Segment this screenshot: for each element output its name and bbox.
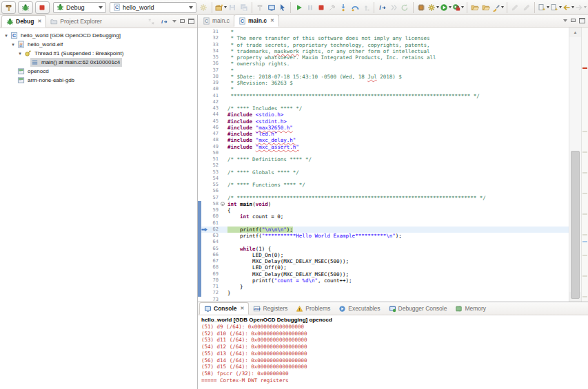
minimize-icon[interactable] [570,18,576,23]
code-line-52[interactable]: 52 [198,162,569,169]
launch-config-combo[interactable]: Chello_world [110,2,196,13]
tree-item-thread[interactable]: ▾Thread #1 (Suspended : Breakpoint) [0,49,197,58]
scroll-up-icon[interactable]: ▲ [569,28,581,37]
open-console-button[interactable] [266,1,276,14]
build-button[interactable] [1,1,16,14]
external-tools-button[interactable] [452,1,464,14]
search-button[interactable] [492,1,504,14]
code-line-68[interactable]: 68 LED_Off(0); [198,264,569,271]
tree-item-hello-world-elf[interactable]: ▾1001hello_world.elf [0,40,197,49]
code-line-46[interactable]: 46#include "max32650.h" [198,125,569,131]
code-line-32[interactable]: 32 * The mere transfer of this software … [198,35,569,41]
code-line-45[interactable]: 45#include <stdint.h> [198,118,569,125]
code-line-54[interactable]: 54 [198,176,569,182]
step-over-button[interactable] [349,1,360,14]
launch-mode-combo[interactable]: Debug [53,2,106,13]
code-line-36[interactable]: 36 * ownership rights. [198,61,569,67]
view-menu-icon[interactable] [172,20,176,23]
code-line-40[interactable]: 40 * [198,86,569,92]
debug-view-tab-project-explorer[interactable]: Project Explorer [46,15,105,28]
code-line-66[interactable]: 66 LED_On(0); [198,252,569,258]
step-into-button[interactable] [338,1,349,14]
code-line-43[interactable]: 43/* **** Includes **** */ [198,105,569,112]
code-line-31[interactable]: 31 * [198,29,569,35]
resume-button[interactable] [294,1,304,14]
run-launch-button[interactable] [440,1,452,14]
overview-mark[interactable] [582,131,587,132]
expander-icon[interactable]: ▾ [10,42,17,48]
code-line-47[interactable]: 47#include "led.h" [198,131,569,137]
overview-mark[interactable] [582,151,587,153]
code-line-59[interactable]: 59{ [198,207,569,213]
code-line-60[interactable]: 60 int count = 0; [198,213,569,220]
code-line-64[interactable]: 64 [198,239,569,245]
code-line-62[interactable]: 62 printf("\n\n\n"); [198,227,569,233]
debug-active-button[interactable] [18,1,32,14]
open-element-button[interactable] [470,1,480,14]
console-output[interactable]: (51) d9 (/64): 0x0000000000000000(52) d1… [198,324,588,383]
scrollbar-track[interactable] [569,37,581,292]
debug-view-tab-debug[interactable]: Debug✕ [1,15,46,28]
stop-button[interactable] [35,1,50,14]
terminate-button[interactable] [316,1,327,14]
code-line-37[interactable]: 37 * [198,67,569,74]
code-line-53[interactable]: 53/* **** Globals **** */ [198,169,569,176]
code-line-41[interactable]: 41 *************************************… [198,93,569,99]
overview-ruler[interactable] [581,28,588,302]
code-lines[interactable]: 31 *32 * The mere transfer of this softw… [198,28,569,302]
code-line-51[interactable]: 51/* **** Definitions **** */ [198,156,569,162]
cursor-mode-button[interactable] [277,1,287,14]
code-line-55[interactable]: 55/* **** Functions **** */ [198,182,569,188]
expander-icon[interactable]: ▾ [3,33,10,39]
code-line-57[interactable]: 57/* ***********************************… [198,195,569,201]
code-line-61[interactable]: 61 [198,220,569,227]
code-line-65[interactable]: 65 while(1) { [198,246,569,252]
console-tab-problems[interactable]: Problems [292,302,334,315]
overview-mark[interactable] [582,172,587,174]
code-line-71[interactable]: 71 } [198,284,569,290]
overview-mark[interactable] [582,67,587,69]
console-tab-memory[interactable]: Memory [451,302,490,315]
code-line-58[interactable]: 58int main(void) [198,201,569,207]
new-wizard-button[interactable] [215,1,227,14]
code-line-63[interactable]: 63 printf("**********Hello World Example… [198,233,569,239]
tree-item-arm-none-eabi-gdb[interactable]: arm-none-eabi-gdb [0,76,197,85]
console-tab-debugger-console[interactable]: Debugger Console [385,302,452,315]
close-icon[interactable]: ✕ [37,19,41,24]
code-line-48[interactable]: 48#include "mxc_delay.h" [198,137,569,143]
editor-scrollbar[interactable]: ▲ ▼ [569,28,581,302]
code-line-39[interactable]: 39 * $Revision: 36263 $ [198,80,569,86]
overview-mark[interactable] [582,255,587,256]
tree-item-openocd[interactable]: openocd [0,67,197,76]
code-line-44[interactable]: 44#include <stdio.h> [198,112,569,118]
editor-area[interactable]: 31 *32 * The mere transfer of this softw… [198,28,588,302]
tree-item-hello-world[interactable]: ▾Chello_world [GDB OpenOCD Debugging] [0,31,197,40]
code-line-69[interactable]: 69 MXC_Delay(MXC_DELAY_MSEC(500)); [198,271,569,277]
next-annotation-button[interactable] [538,1,549,14]
fold-collapse-icon[interactable] [220,201,226,207]
overview-mark[interactable] [582,241,587,242]
console-tab-console[interactable]: Console✕ [199,302,249,315]
console-tab-registers[interactable]: 1010Registers [249,302,292,315]
previous-annotation-button[interactable] [550,1,562,14]
code-line-72[interactable]: 72} [198,290,569,296]
overview-mark[interactable] [582,234,587,235]
overview-mark[interactable] [582,275,587,277]
console-tab-executables[interactable]: Executables [334,302,384,315]
expander-icon[interactable]: ▾ [17,51,23,56]
code-line-56[interactable]: 56 [198,188,569,194]
maximize-icon[interactable] [579,18,585,23]
code-line-33[interactable]: 33 * of trade secrets, proprietary techn… [198,42,569,48]
close-icon[interactable]: ✕ [241,306,245,311]
editor-tab-main-c[interactable]: Cmain.c✕ [234,14,279,27]
view-menu-icon[interactable] [563,19,567,22]
debug-view-step-mode-button[interactable]: i [159,17,170,27]
code-line-42[interactable]: 42 [198,99,569,105]
overview-mark[interactable] [582,213,587,215]
scrollbar-thumb[interactable] [571,151,580,299]
editor-tab-main-c[interactable]: Cmain.c [199,14,234,27]
code-line-70[interactable]: 70 printf("count = %d\n", count++); [198,277,569,284]
code-line-34[interactable]: 34 * trademarks, maskwork rights, or any… [198,48,569,54]
overview-mark[interactable] [582,296,587,297]
code-line-50[interactable]: 50 [198,150,569,156]
